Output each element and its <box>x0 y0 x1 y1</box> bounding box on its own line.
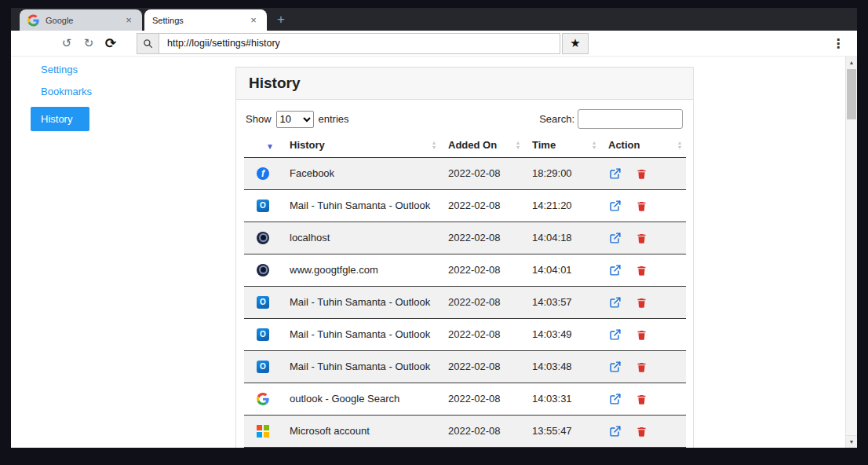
new-tab-button[interactable]: + <box>277 14 285 25</box>
history-title: Microsoft account <box>282 415 440 447</box>
page-size-select[interactable]: 10 <box>276 111 314 128</box>
tab-google[interactable]: Google × <box>20 9 142 31</box>
facebook-favicon-icon: f <box>257 167 269 180</box>
history-title: Mail - Tuhin Samanta - Outlook <box>282 189 440 222</box>
history-table: ▼ History ▴▾ Ad <box>244 137 686 448</box>
sort-carets-icon[interactable]: ▴▾ <box>678 141 681 150</box>
scrollbar-thumb[interactable] <box>847 69 856 119</box>
history-added-on: 2022-02-08 <box>440 157 524 189</box>
sort-descending-icon: ▼ <box>244 142 274 154</box>
history-title: Mail - Tuhin Samanta - Outlook <box>282 350 440 383</box>
page-size-control: Show 10 entries <box>246 111 349 128</box>
page-content: Settings Bookmarks History History Show … <box>11 57 857 448</box>
browser-window: Google × Settings × + ↺ ↻ ⟳ http://logii… <box>11 8 857 448</box>
delete-entry-button[interactable] <box>636 296 647 309</box>
history-row: O Mail - Tuhin Samanta - Outlook 2022-02… <box>244 318 686 350</box>
sidebar-item-bookmarks[interactable]: Bookmarks <box>31 85 92 98</box>
history-time: 14:04:18 <box>524 222 600 254</box>
vertical-scrollbar[interactable]: ▲ ▼ <box>845 57 857 448</box>
column-header-time[interactable]: Time ▴▾ <box>524 137 600 157</box>
scroll-down-icon[interactable]: ▼ <box>846 435 857 448</box>
column-header-added-on[interactable]: Added On ▴▾ <box>440 137 524 157</box>
history-row: outlook - Google Search 2022-02-08 14:03… <box>244 383 686 415</box>
history-row: O Mail - Tuhin Samanta - Outlook 2022-02… <box>244 189 686 222</box>
sort-carets-icon[interactable]: ▴▾ <box>593 141 596 150</box>
open-link-button[interactable] <box>609 424 622 437</box>
delete-entry-button[interactable] <box>636 264 647 276</box>
history-row: f Facebook 2022-02-08 18:29:00 <box>244 157 686 189</box>
microsoft-favicon-icon <box>257 425 269 438</box>
outlook-favicon-icon: O <box>257 361 269 373</box>
outlook-favicon-icon: O <box>257 296 269 309</box>
open-link-button[interactable] <box>609 263 622 276</box>
tab-label: Google <box>46 16 117 25</box>
globe-favicon-icon <box>257 232 269 244</box>
history-time: 14:03:49 <box>524 318 600 350</box>
tab-settings[interactable]: Settings × <box>144 9 267 31</box>
delete-entry-button[interactable] <box>636 393 647 405</box>
sidebar-item-history[interactable]: History <box>31 107 89 131</box>
toolbar: ↺ ↻ ⟳ http://logii/settings#history ★ ⋮ <box>11 31 857 57</box>
history-added-on: 2022-02-08 <box>440 189 524 222</box>
history-title: Facebook <box>282 157 440 189</box>
open-link-button[interactable] <box>609 295 622 308</box>
globe-favicon-icon <box>257 264 269 276</box>
history-title: Mail - Tuhin Samanta - Outlook <box>282 286 440 318</box>
scroll-up-icon[interactable]: ▲ <box>846 57 857 68</box>
sort-carets-icon[interactable]: ▴▾ <box>432 141 436 150</box>
sidebar: Settings Bookmarks History <box>31 63 92 140</box>
forward-button[interactable]: ↻ <box>79 34 98 53</box>
history-time: 13:55:47 <box>524 415 600 447</box>
history-time: 18:29:00 <box>524 157 600 189</box>
history-added-on: 2022-02-08 <box>440 318 524 350</box>
search-control: Search: <box>539 109 683 129</box>
history-added-on: 2022-02-08 <box>440 415 524 447</box>
history-title: Mail - Tuhin Samanta - Outlook <box>282 318 440 350</box>
menu-dots-icon[interactable]: ⋮ <box>832 36 844 51</box>
delete-entry-button[interactable] <box>636 328 647 341</box>
history-panel: History Show 10 entries Search: <box>235 67 694 448</box>
sidebar-item-settings[interactable]: Settings <box>31 63 78 76</box>
page-title: History <box>236 68 693 100</box>
history-time: 14:03:31 <box>524 383 600 415</box>
google-logo-icon <box>27 14 39 26</box>
history-row: O Mail - Tuhin Samanta - Outlook 2022-02… <box>244 350 686 383</box>
open-link-button[interactable] <box>609 392 622 405</box>
delete-entry-button[interactable] <box>636 167 647 180</box>
history-panel-body: Show 10 entries Search: <box>236 100 693 448</box>
history-title: www.googtfgle.com <box>282 254 440 286</box>
delete-entry-button[interactable] <box>636 200 647 212</box>
open-link-button[interactable] <box>609 360 622 372</box>
open-link-button[interactable] <box>609 231 622 243</box>
sort-carets-icon[interactable]: ▴▾ <box>516 141 520 150</box>
open-link-button[interactable] <box>609 199 622 211</box>
column-header-history[interactable]: History ▴▾ <box>282 137 440 157</box>
table-controls: Show 10 entries Search: <box>244 109 684 129</box>
delete-entry-button[interactable] <box>636 361 647 373</box>
history-added-on: 2022-02-08 <box>440 286 524 318</box>
close-tab-icon[interactable]: × <box>248 15 259 25</box>
open-link-button[interactable] <box>609 167 622 179</box>
search-icon <box>137 34 159 53</box>
history-time: 14:03:48 <box>524 350 600 383</box>
history-added-on: 2022-02-08 <box>440 383 524 415</box>
delete-entry-button[interactable] <box>636 232 647 244</box>
url-text[interactable]: http://logii/settings#history <box>159 38 280 49</box>
history-added-on: 2022-02-08 <box>440 254 524 286</box>
address-bar[interactable]: http://logii/settings#history <box>137 33 560 54</box>
tab-strip: Google × Settings × + <box>11 8 857 31</box>
screen: Google × Settings × + ↺ ↻ ⟳ http://logii… <box>0 0 868 465</box>
close-tab-icon[interactable]: × <box>123 15 134 25</box>
bookmark-star-button[interactable]: ★ <box>562 33 589 54</box>
history-added-on: 2022-02-08 <box>440 350 524 383</box>
google-favicon-icon <box>257 393 269 405</box>
history-row: localhost 2022-02-08 14:04:18 <box>244 222 686 254</box>
column-header-action[interactable]: Action ▴▾ <box>600 137 686 157</box>
outlook-favicon-icon: O <box>257 328 269 341</box>
back-button[interactable]: ↺ <box>57 34 76 53</box>
table-search-input[interactable] <box>578 109 683 129</box>
column-header-favicon[interactable]: ▼ <box>244 137 282 157</box>
open-link-button[interactable] <box>609 328 622 340</box>
reload-button[interactable]: ⟳ <box>101 34 120 53</box>
delete-entry-button[interactable] <box>636 425 647 438</box>
